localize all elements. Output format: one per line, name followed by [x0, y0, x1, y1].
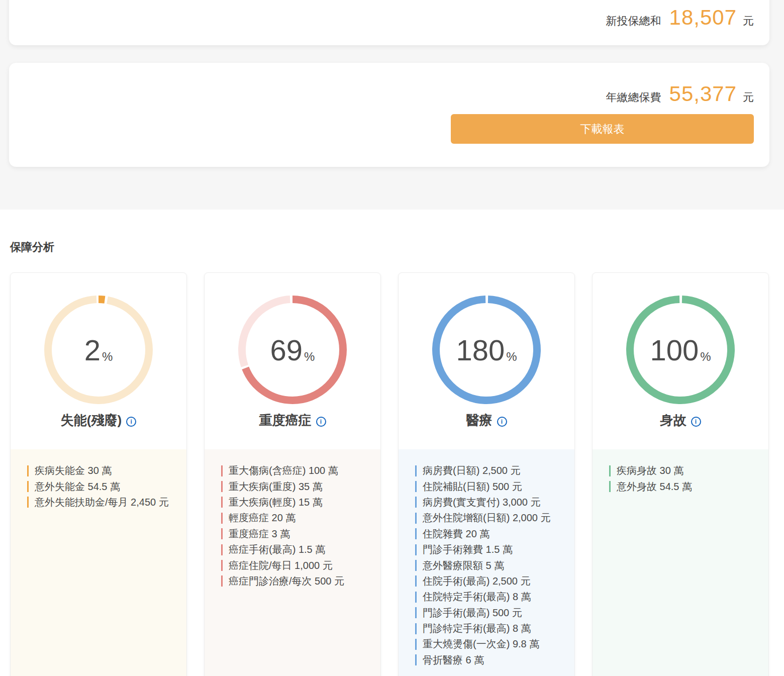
info-icon[interactable]: i	[691, 417, 701, 427]
item-accent-bar	[27, 465, 29, 476]
percent-sign: %	[304, 350, 315, 364]
coverage-title-row: 醫療 i	[399, 412, 574, 429]
download-report-button[interactable]: 下載報表	[451, 114, 754, 144]
item-text: 重大疾病(重度) 35 萬	[229, 480, 323, 494]
donut-percent-value: 69	[270, 333, 303, 367]
item-text: 病房費(實支實付) 3,000 元	[423, 496, 540, 509]
donut-chart: 69 %	[234, 292, 351, 408]
coverage-item: 住院雜費 20 萬	[415, 526, 567, 542]
coverage-item: 重度癌症 3 萬	[221, 526, 373, 542]
item-text: 重大疾病(輕度) 15 萬	[229, 496, 323, 509]
percent-sign: %	[102, 350, 113, 364]
coverage-item: 意外身故 54.5 萬	[609, 478, 761, 494]
percent-sign: %	[700, 350, 711, 364]
coverage-title: 失能(殘廢)	[61, 412, 122, 429]
coverage-item: 骨折醫療 6 萬	[415, 652, 567, 668]
item-accent-bar	[415, 465, 417, 476]
item-text: 門診手術雜費 1.5 萬	[423, 543, 513, 556]
item-accent-bar	[221, 481, 223, 492]
coverage-item: 門診特定手術(最高) 8 萬	[415, 621, 567, 636]
info-icon[interactable]: i	[316, 417, 326, 427]
item-accent-bar	[415, 544, 417, 555]
item-accent-bar	[415, 481, 417, 492]
donut-percent-value: 2	[84, 333, 101, 367]
coverage-item: 疾病失能金 30 萬	[27, 463, 179, 478]
item-text: 癌症門診治療/每次 500 元	[229, 574, 344, 588]
insurance-dashboard: 新投保總和 18,507 元 年繳總保費 55,377 元 下載報表 保障分析 …	[0, 0, 784, 676]
item-accent-bar	[221, 560, 223, 571]
coverage-item-list: 疾病身故 30 萬 意外身故 54.5 萬	[593, 449, 768, 676]
coverage-item-list: 疾病失能金 30 萬 意外失能金 54.5 萬 意外失能扶助金/每月 2,450…	[11, 449, 186, 676]
donut-percent-value: 100	[650, 333, 699, 367]
coverage-item: 門診手術(最高) 500 元	[415, 605, 567, 621]
item-text: 輕度癌症 20 萬	[229, 511, 296, 525]
item-accent-bar	[221, 544, 223, 555]
item-accent-bar	[415, 623, 417, 634]
coverage-title: 醫療	[466, 412, 493, 429]
item-text: 住院特定手術(最高) 8 萬	[423, 590, 531, 604]
item-text: 骨折醫療 6 萬	[423, 653, 484, 667]
coverage-title-row: 身故 i	[593, 412, 768, 429]
coverage-item: 輕度癌症 20 萬	[221, 510, 373, 526]
insured-total-card: 新投保總和 18,507 元	[9, 0, 769, 45]
item-accent-bar	[415, 639, 417, 650]
donut-center-label: 180 %	[428, 292, 545, 408]
item-text: 意外醫療限額 5 萬	[423, 559, 504, 572]
donut-chart: 100 %	[622, 292, 739, 408]
coverage-item: 重大燒燙傷(一次金) 9.8 萬	[415, 636, 567, 652]
item-text: 門診手術(最高) 500 元	[423, 606, 522, 620]
item-accent-bar	[415, 607, 417, 618]
item-text: 重大燒燙傷(一次金) 9.8 萬	[423, 637, 539, 651]
coverage-title: 身故	[660, 412, 687, 429]
annual-premium-card: 年繳總保費 55,377 元 下載報表	[9, 63, 769, 167]
coverage-item: 意外失能扶助金/每月 2,450 元	[27, 495, 179, 510]
coverage-item: 意外失能金 54.5 萬	[27, 478, 179, 494]
coverage-title-row: 重度癌症 i	[205, 412, 380, 429]
item-text: 重度癌症 3 萬	[229, 527, 290, 541]
item-accent-bar	[415, 560, 417, 571]
item-text: 癌症手術(最高) 1.5 萬	[229, 543, 325, 556]
coverage-title-row: 失能(殘廢) i	[11, 412, 186, 429]
annual-premium-unit: 元	[743, 90, 754, 105]
item-text: 意外住院增額(日額) 2,000 元	[423, 511, 550, 525]
coverage-item: 重大傷病(含癌症) 100 萬	[221, 463, 373, 478]
donut-chart: 2 %	[40, 292, 157, 408]
annual-premium-row: 年繳總保費 55,377 元	[606, 82, 754, 106]
item-accent-bar	[221, 513, 223, 524]
item-text: 癌症住院/每日 1,000 元	[229, 559, 333, 572]
item-text: 意外失能扶助金/每月 2,450 元	[35, 496, 169, 509]
item-text: 病房費(日額) 2,500 元	[423, 464, 520, 477]
donut-percent-value: 180	[456, 333, 505, 367]
item-accent-bar	[27, 497, 29, 508]
coverage-card-severe-cancer: 69 % 重度癌症 i 重大傷病(含癌症) 100 萬 重大疾病(重度) 35 …	[204, 272, 381, 676]
item-text: 意外失能金 54.5 萬	[35, 480, 120, 494]
item-accent-bar	[27, 481, 29, 492]
item-accent-bar	[221, 497, 223, 508]
coverage-item: 意外住院增額(日額) 2,000 元	[415, 510, 567, 526]
coverage-card-medical: 180 % 醫療 i 病房費(日額) 2,500 元 住院補貼(日額) 500 …	[398, 272, 575, 676]
item-text: 意外身故 54.5 萬	[617, 480, 692, 494]
coverage-item: 癌症住院/每日 1,000 元	[221, 557, 373, 573]
coverage-item: 重大疾病(重度) 35 萬	[221, 478, 373, 494]
insured-total-value: 18,507	[669, 6, 737, 30]
coverage-item: 住院特定手術(最高) 8 萬	[415, 589, 567, 605]
annual-premium-value: 55,377	[669, 82, 737, 106]
item-accent-bar	[221, 575, 223, 587]
item-accent-bar	[415, 528, 417, 539]
item-accent-bar	[609, 465, 611, 476]
coverage-item-list: 病房費(日額) 2,500 元 住院補貼(日額) 500 元 病房費(實支實付)…	[399, 449, 574, 676]
coverage-item: 疾病身故 30 萬	[609, 463, 761, 478]
coverage-card-death: 100 % 身故 i 疾病身故 30 萬 意外身故 54.5 萬	[592, 272, 769, 676]
info-icon[interactable]: i	[497, 417, 507, 427]
insured-total-row: 新投保總和 18,507 元	[606, 6, 754, 30]
donut-chart: 180 %	[428, 292, 545, 408]
donut-center-label: 100 %	[622, 292, 739, 408]
info-icon[interactable]: i	[126, 417, 136, 427]
item-accent-bar	[609, 481, 611, 492]
item-text: 住院補貼(日額) 500 元	[423, 480, 522, 494]
coverage-item-list: 重大傷病(含癌症) 100 萬 重大疾病(重度) 35 萬 重大疾病(輕度) 1…	[205, 449, 380, 676]
item-accent-bar	[415, 592, 417, 603]
coverage-item: 癌症手術(最高) 1.5 萬	[221, 542, 373, 557]
insured-total-unit: 元	[743, 14, 754, 29]
item-text: 住院手術(最高) 2,500 元	[423, 574, 530, 588]
